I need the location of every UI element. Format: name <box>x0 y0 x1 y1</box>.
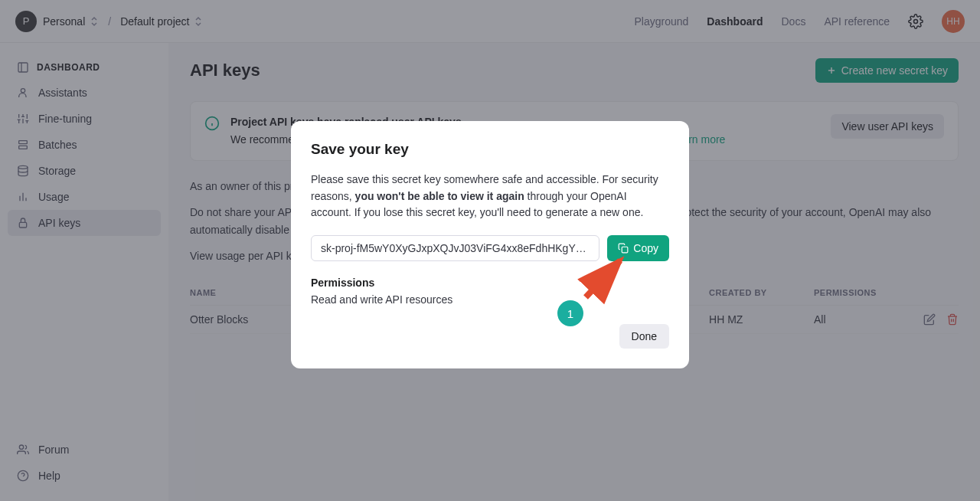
save-key-modal: Save your key Please save this secret ke… <box>291 121 689 368</box>
secret-key-input[interactable] <box>311 235 599 261</box>
permissions-text: Read and write API resources <box>311 293 669 306</box>
done-button[interactable]: Done <box>619 324 669 349</box>
copy-icon <box>618 243 629 254</box>
modal-title: Save your key <box>311 141 669 158</box>
modal-overlay[interactable]: Save your key Please save this secret ke… <box>0 0 980 501</box>
permissions-heading: Permissions <box>311 277 669 289</box>
key-row: Copy <box>311 235 669 261</box>
modal-desc-bold: you won't be able to view it again <box>355 190 524 202</box>
copy-button[interactable]: Copy <box>607 235 669 261</box>
svg-rect-28 <box>622 247 629 253</box>
modal-footer: Done <box>311 324 669 349</box>
copy-label: Copy <box>633 242 658 254</box>
modal-description: Please save this secret key somewhere sa… <box>311 172 669 221</box>
